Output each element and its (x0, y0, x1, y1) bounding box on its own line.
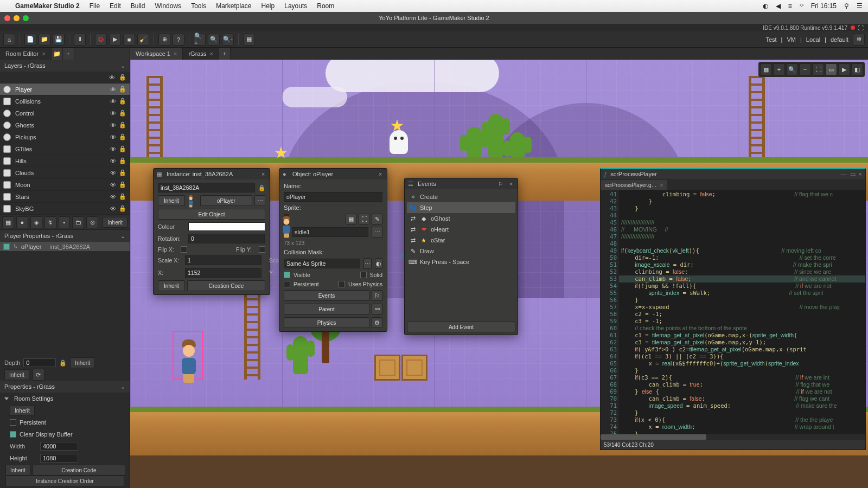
sprite-select[interactable] (292, 227, 368, 237)
home-button[interactable]: ⌂ (3, 34, 15, 46)
depth-lock-icon[interactable]: 🔒 (59, 359, 67, 367)
code-editor[interactable]: 41 42 43 44 45 46 47 48 49 50 51 52 53 5… (601, 190, 865, 434)
room-settings-label[interactable]: Room Settings (14, 395, 53, 402)
open-project-button[interactable]: 📁 (39, 34, 50, 46)
close-tab-icon[interactable]: × (660, 182, 663, 188)
add-tile-layer-button[interactable]: ◈ (30, 216, 42, 228)
layer-item-skybg[interactable]: SkyBG 👁 🔒 (0, 203, 130, 215)
menu-build[interactable]: Build (131, 2, 145, 10)
folder-layer-button[interactable]: 🗀 (72, 216, 84, 228)
physics-link-icon[interactable]: ⚙ (372, 317, 382, 328)
refresh-button[interactable]: ⟳ (33, 369, 44, 381)
room-props-header[interactable]: Properties - rGrass ⌄ (0, 381, 130, 393)
status-wifi-icon[interactable]: ⌔ (800, 2, 803, 10)
zoom-in-button[interactable]: + (773, 63, 785, 75)
layer-item-clouds[interactable]: Clouds 👁 🔒 (0, 167, 130, 179)
persistent-checkbox[interactable] (284, 281, 290, 287)
room-creation-code-button[interactable]: Creation Code (33, 465, 125, 476)
add-bg-layer-button[interactable]: ▦ (2, 216, 14, 228)
panel-close-icon[interactable]: × (260, 171, 266, 177)
delete-layer-button[interactable]: ⊘ (86, 216, 98, 228)
target-test[interactable]: Test (765, 36, 776, 43)
object-select-button[interactable]: oPlayer (200, 195, 252, 206)
layer-item-gtiles[interactable]: GTiles 👁 🔒 (0, 143, 130, 155)
menu-windows[interactable]: Windows (155, 2, 181, 10)
flipy-checkbox[interactable] (259, 246, 265, 253)
clean-button[interactable]: 🧹 (137, 34, 149, 46)
debug-button[interactable]: 🐞 (95, 34, 107, 46)
lock-icon[interactable]: 🔒 (119, 169, 126, 177)
docking-button[interactable]: ▦ (243, 34, 255, 46)
instance-list-item[interactable]: ↳ oPlayer inst_38A2682A (0, 242, 130, 251)
event-item[interactable]: ✧Create (407, 191, 515, 202)
lock-icon[interactable]: 🔒 (119, 193, 126, 201)
inst-inherit-button[interactable]: Inherit (158, 195, 185, 206)
create-exe-button[interactable]: ⬇ (74, 34, 86, 46)
zoom-reset-button[interactable]: 🔍 (786, 63, 798, 75)
lock-icon[interactable]: 🔒 (119, 98, 126, 105)
menu-layouts[interactable]: Layouts (284, 2, 307, 10)
view-settings-button[interactable]: ◧ (851, 63, 863, 75)
visibility-icon[interactable]: 👁 (109, 110, 117, 117)
layer-item-stars[interactable]: Stars 👁 🔒 (0, 191, 130, 203)
solid-checkbox[interactable] (360, 272, 367, 278)
lock-icon[interactable]: 🔒 (119, 145, 126, 153)
flipx-checkbox[interactable] (181, 246, 187, 253)
add-instance-layer-button[interactable]: ● (16, 216, 28, 228)
add-path-layer-button[interactable]: ↯ (44, 216, 56, 228)
event-item[interactable]: ⇄◆oGhost (407, 213, 515, 224)
all-lock-icon[interactable]: 🔒 (119, 74, 126, 81)
depth-input[interactable] (23, 358, 56, 367)
layer-item-player[interactable]: Player 👁 🔒 (0, 84, 130, 95)
panel-close-icon[interactable]: × (377, 171, 384, 177)
add-asset-layer-button[interactable]: ▪ (59, 216, 71, 228)
room-tab[interactable]: rGrass × (183, 48, 219, 60)
depth-inherit-button[interactable]: Inherit (70, 357, 95, 368)
physics-button[interactable]: Physics (284, 317, 369, 328)
layers-inherit-button[interactable]: Inherit (103, 217, 127, 228)
visibility-icon[interactable]: 👁 (109, 157, 117, 165)
close-tab-icon[interactable]: × (174, 50, 177, 57)
status-sync-icon[interactable]: ◐ (763, 2, 768, 10)
visibility-icon[interactable]: 👁 (109, 145, 117, 153)
menu-tools[interactable]: Tools (191, 2, 206, 10)
layer-item-ghosts[interactable]: Ghosts 👁 🔒 (0, 119, 130, 131)
visibility-icon[interactable]: 👁 (109, 193, 117, 201)
lock-icon[interactable]: 🔒 (119, 86, 126, 93)
lock-icon[interactable]: 🔒 (258, 184, 265, 191)
visibility-icon[interactable]: 👁 (109, 121, 117, 129)
status-volume-icon[interactable]: ◀ (776, 2, 781, 10)
zoom-reset-button[interactable]: 🔍 (208, 34, 220, 46)
event-item[interactable]: ⌨Key Press - Space (407, 256, 515, 267)
layer-item-moon[interactable]: Moon 👁 🔒 (0, 179, 130, 191)
lock-icon[interactable]: 🔒 (119, 157, 126, 165)
game-options-button[interactable]: ⊕ (158, 34, 170, 46)
event-item[interactable]: ✎Draw (407, 246, 515, 256)
target-settings-button[interactable]: ✻ (853, 34, 865, 46)
run-button[interactable]: ▶ (109, 34, 121, 46)
menu-edit[interactable]: Edit (110, 2, 121, 10)
mask-edit-button[interactable]: ◐ (375, 258, 383, 269)
lock-icon[interactable]: 🔒 (119, 110, 126, 117)
help-button[interactable]: ? (173, 34, 184, 46)
fullscreen-toggle-icon[interactable]: ⛶ (858, 25, 864, 31)
new-tab-button[interactable]: + (63, 48, 74, 60)
code-h-scrollbar[interactable] (601, 434, 865, 440)
all-visibility-icon[interactable]: 👁 (108, 74, 116, 81)
lock-icon[interactable]: 🔒 (119, 121, 126, 129)
colour-swatch[interactable] (188, 222, 265, 231)
visibility-icon[interactable]: 👁 (109, 181, 117, 189)
room-editor-tab[interactable]: Room Editor × (0, 48, 52, 60)
app-name[interactable]: GameMaker Studio 2 (15, 2, 80, 10)
zoom-out-button[interactable]: 🔍- (222, 34, 234, 46)
x-input[interactable] (185, 268, 261, 278)
events-link-icon[interactable]: ⚐ (372, 290, 382, 301)
inst-creation-code-button[interactable]: Creation Code (187, 280, 265, 291)
add-event-button[interactable]: Add Event (407, 322, 515, 332)
menu-room[interactable]: Room (317, 2, 334, 10)
panel-max-icon[interactable]: ▭ (850, 171, 856, 178)
layer-item-hills[interactable]: Hills 👁 🔒 (0, 155, 130, 167)
lock-icon[interactable]: 🔒 (119, 181, 126, 189)
save-button[interactable]: 💾 (53, 34, 65, 46)
cc-inherit-button[interactable]: Inherit (5, 465, 30, 476)
